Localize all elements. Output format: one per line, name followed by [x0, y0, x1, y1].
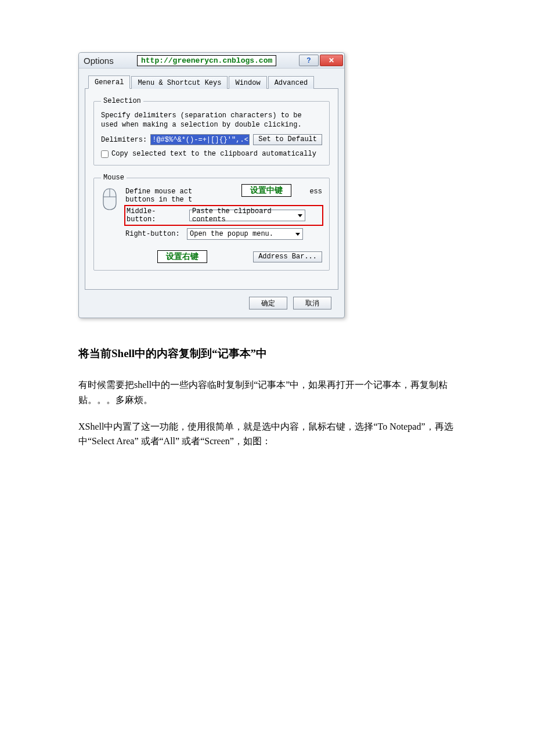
tab-window[interactable]: Window: [229, 76, 266, 89]
tab-advanced[interactable]: Advanced: [268, 76, 315, 89]
auto-copy-label: Copy selected text to the clipboard auto…: [111, 150, 316, 158]
article-paragraph-2: XShell中内置了这一功能，使用很简单，就是选中内容，鼠标右键，选择“To N…: [78, 419, 456, 449]
tab-general[interactable]: General: [88, 75, 130, 89]
right-button-value: Open the popup menu.: [190, 230, 273, 238]
right-button-label: Right-button:: [125, 230, 183, 238]
tabpage-general: Selection Specify delimiters (separation…: [85, 89, 338, 290]
middle-button-row-highlight: Middle-button: Paste the clipboard conte…: [124, 205, 323, 226]
tab-menu-shortcut[interactable]: Menu & Shortcut Keys: [131, 76, 228, 89]
options-dialog: Options http://greenerycn.cnblogs.com ? …: [78, 52, 345, 318]
mouse-group: Mouse Define mouse act: [93, 174, 330, 271]
mouse-desc-line2: buttons in the t: [125, 196, 192, 204]
titlebar[interactable]: Options http://greenerycn.cnblogs.com ? …: [79, 53, 344, 69]
selection-group: Selection Specify delimiters (separation…: [93, 97, 330, 165]
delimiters-input[interactable]: [150, 134, 250, 145]
article-body: 将当前Shell中的内容复制到“记事本”中 有时候需要把shell中的一些内容临…: [78, 346, 456, 448]
mouse-desc-line1: Define mouse act: [125, 188, 192, 196]
auto-copy-checkbox-row[interactable]: Copy selected text to the clipboard auto…: [101, 150, 322, 158]
middle-button-label: Middle-button:: [127, 207, 185, 224]
ok-button[interactable]: 确定: [249, 297, 287, 309]
mouse-legend: Mouse: [101, 174, 127, 182]
selection-description: Specify delimiters (separation character…: [101, 111, 322, 129]
callout-middle: 设置中键: [241, 184, 291, 197]
mouse-desc-tail: ess: [309, 188, 322, 196]
close-button[interactable]: ✕: [320, 55, 343, 66]
dialog-title: Options: [84, 56, 114, 66]
selection-legend: Selection: [101, 97, 143, 105]
mouse-icon: [101, 188, 120, 263]
delimiters-label: Delimiters:: [101, 136, 147, 144]
help-button[interactable]: ?: [299, 55, 319, 66]
tabstrip: General Menu & Shortcut Keys Window Adva…: [85, 73, 338, 89]
chevron-down-icon: [298, 214, 302, 217]
cancel-button[interactable]: 取消: [293, 297, 331, 309]
address-bar-button[interactable]: Address Bar...: [253, 251, 322, 262]
auto-copy-checkbox[interactable]: [101, 150, 109, 158]
article-heading: 将当前Shell中的内容复制到“记事本”中: [78, 346, 456, 361]
chevron-down-icon: [295, 233, 300, 236]
right-button-combo[interactable]: Open the popup menu.: [187, 228, 303, 240]
middle-button-combo[interactable]: Paste the clipboard contents: [189, 210, 305, 221]
set-to-default-button[interactable]: Set to Default: [253, 134, 322, 145]
callout-right: 设置右键: [157, 250, 207, 263]
watermark-url: http://greenerycn.cnblogs.com: [137, 55, 276, 66]
article-paragraph-1: 有时候需要把shell中的一些内容临时复制到“记事本”中，如果再打开一个记事本，…: [78, 377, 456, 407]
middle-button-value: Paste the clipboard contents: [192, 207, 298, 224]
